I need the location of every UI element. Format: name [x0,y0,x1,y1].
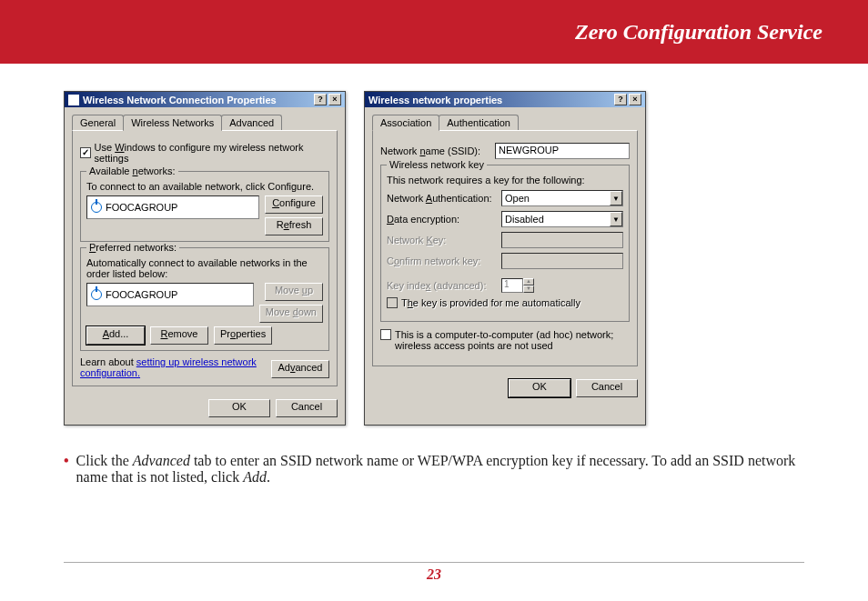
preferred-item: FOOCAGROUP [106,289,177,300]
chevron-down-icon[interactable]: ▼ [610,212,622,226]
instr-em2: Add [243,469,267,485]
instr-post: . [267,469,270,485]
available-hint: To connect to an available network, clic… [86,181,323,192]
add-button[interactable]: Add... [86,326,145,345]
tab-wireless-networks[interactable]: Wireless Networks [123,115,222,131]
use-windows-checkbox[interactable] [80,147,91,158]
page-number: 23 [427,566,441,582]
adhoc-checkbox[interactable] [380,329,391,340]
tabstrip-2: Association Authentication [372,115,638,130]
available-item: FOOCAGROUP [106,202,177,213]
use-windows-label: Use Windows to configure my wireless net… [95,142,329,164]
tab-advanced[interactable]: Advanced [221,115,282,130]
auth-label: Network Authentication: [387,193,496,204]
bullet-icon: • [64,453,69,486]
auth-combo[interactable]: Open ▼ [501,190,623,206]
netkey-label: Network Key: [387,235,496,245]
page-banner: Zero Configuration Service [0,0,868,64]
auth-value: Open [502,193,610,204]
dialog-row: Wireless Network Connection Properties ?… [0,64,868,435]
configure-button[interactable]: Configure [265,195,323,214]
index-value: 1 [501,278,523,293]
tab-authentication[interactable]: Authentication [439,115,519,130]
enc-value: Disabled [502,214,610,225]
key-index-spinner: 1 ▲▼ [501,278,534,293]
cancel-button[interactable]: Cancel [276,399,338,417]
key-legend: Wireless network key [387,159,487,170]
instruction-text: • Click the Advanced tab to enter an SSI… [0,435,868,495]
enc-combo[interactable]: Disabled ▼ [501,211,623,227]
ssid-input[interactable]: NEWGROUP [495,143,630,159]
tab-panel-2: Network name (SSID): NEWGROUP Wireless n… [372,130,638,366]
instr-pre: Click the [76,453,133,468]
help-icon[interactable]: ? [314,94,327,105]
tab-association[interactable]: Association [372,115,439,131]
advanced-button[interactable]: Advanced [271,360,329,378]
cancel-button[interactable]: Cancel [576,379,638,397]
available-legend: Available networks: [86,165,178,176]
auto-key-label: The key is provided for me automatically [401,297,580,308]
banner-title: Zero Configuration Service [575,20,823,45]
preferred-listbox[interactable]: FOOCAGROUP [86,283,254,306]
ok-button[interactable]: OK [509,379,570,397]
available-networks-group: Available networks: To connect to an ava… [80,171,329,242]
dialog2-title: Wireless network properties [368,95,502,105]
tabstrip-1: General Wireless Networks Advanced [72,115,338,130]
chevron-up-icon: ▲ [523,278,534,285]
enc-label: Data encryption: [387,214,496,225]
remove-button[interactable]: Remove [150,326,208,345]
available-listbox[interactable]: FOOCAGROUP [86,195,259,219]
ssid-label: Network name (SSID): [380,145,490,156]
ok-button[interactable]: OK [208,399,270,417]
learn-text: Learn about [80,356,136,367]
confirm-label: Confirm network key: [387,255,496,266]
help-icon[interactable]: ? [614,94,627,105]
close-icon[interactable]: × [629,94,641,105]
preferred-legend: Preferred networks: [86,242,179,253]
preferred-hint: Automatically connect to available netwo… [86,257,323,279]
antenna-icon [91,202,102,213]
tab-panel-1: Use Windows to configure my wireless net… [72,130,338,386]
wireless-key-group: Wireless network key This network requir… [380,165,630,322]
properties-button[interactable]: Properties [214,326,272,345]
page-footer: 23 [64,562,804,583]
dialog1-title: Wireless Network Connection Properties [83,95,277,105]
move-up-button: Move up [265,283,323,301]
antenna-icon [91,289,102,300]
preferred-networks-group: Preferred networks: Automatically connec… [80,247,329,351]
dialog-network-properties: Wireless network properties ? × Associat… [364,91,646,426]
confirm-input [501,253,623,269]
move-down-button: Move down [259,305,323,323]
chevron-down-icon: ▼ [523,285,534,293]
refresh-button[interactable]: Refresh [265,217,323,235]
titlebar-1[interactable]: Wireless Network Connection Properties ?… [65,92,345,107]
key-hint: This network requires a key for the foll… [387,175,623,185]
index-label: Key index (advanced): [387,280,496,291]
auto-key-checkbox [387,297,398,308]
tab-general[interactable]: General [72,115,124,130]
chevron-down-icon[interactable]: ▼ [610,191,622,205]
adhoc-label: This is a computer-to-computer (ad hoc) … [395,329,630,351]
netkey-input [501,232,623,248]
dialog-connection-properties: Wireless Network Connection Properties ?… [64,91,346,426]
titlebar-2[interactable]: Wireless network properties ? × [365,92,645,107]
window-icon [68,95,79,105]
close-icon[interactable]: × [328,94,341,105]
instr-em1: Advanced [133,453,190,468]
